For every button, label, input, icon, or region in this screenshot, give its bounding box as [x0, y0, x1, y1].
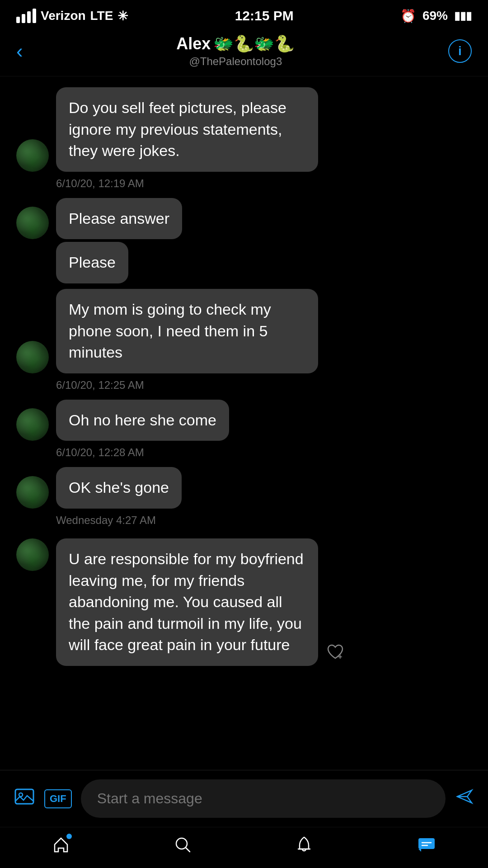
signal-bars: [16, 9, 36, 23]
message-input[interactable]: [81, 779, 446, 818]
info-button[interactable]: i: [448, 39, 472, 63]
message-bubble: Please answer: [56, 198, 182, 240]
header-center: Alex 🐲🐍🐲🐍 @ThePaleontolog3: [176, 34, 295, 68]
nav-dot: [66, 834, 72, 839]
message-bubble: U are responsible for my boyfriend leavi…: [56, 538, 318, 666]
svg-text:+: +: [338, 653, 342, 660]
message-row: Do you sell feet pictures, please ignore…: [16, 87, 472, 172]
status-right: ⏰ 69% ▮▮▮: [400, 9, 472, 24]
heart-react-button[interactable]: +: [325, 642, 345, 666]
nav-bar: [0, 827, 488, 868]
svg-rect-6: [418, 838, 435, 849]
send-button[interactable]: [455, 787, 474, 811]
message-row: My mom is going to check my phone soon, …: [16, 289, 472, 373]
avatar: [16, 139, 49, 172]
back-button[interactable]: ‹: [16, 40, 23, 62]
svg-line-4: [186, 848, 190, 852]
message-bubble: OK she's gone: [56, 467, 182, 509]
contact-handle: @ThePaleontolog3: [176, 55, 295, 68]
nav-home[interactable]: [52, 835, 70, 854]
nav-messages[interactable]: [417, 835, 436, 854]
message-bubble: My mom is going to check my phone soon, …: [56, 289, 318, 373]
carrier-label: Verizon: [41, 9, 86, 23]
avatar: [16, 538, 49, 571]
image-button[interactable]: [14, 786, 35, 811]
svg-rect-1: [15, 789, 33, 804]
message-timestamp: 6/10/20, 12:28 AM: [56, 446, 472, 459]
battery-percent: 69%: [422, 9, 448, 23]
network-icon: ✳: [117, 9, 128, 24]
message-bubble: Oh no here she come: [56, 400, 229, 441]
message-timestamp: 6/10/20, 12:19 AM: [56, 177, 472, 190]
message-row: OK she's gone: [16, 467, 472, 509]
avatar: [16, 341, 49, 373]
conversation-header: ‹ Alex 🐲🐍🐲🐍 @ThePaleontolog3 i: [0, 28, 488, 76]
alarm-icon: ⏰: [400, 9, 416, 24]
message-row: Please answer: [16, 198, 472, 240]
status-left: Verizon LTE ✳: [16, 9, 128, 24]
svg-point-2: [19, 793, 23, 797]
avatar: [16, 476, 49, 509]
status-bar: Verizon LTE ✳ 12:15 PM ⏰ 69% ▮▮▮: [0, 0, 488, 28]
avatar: [16, 408, 49, 441]
message-timestamp: Wednesday 4:27 AM: [56, 514, 472, 527]
message-bubble: Please: [56, 242, 128, 283]
bottom-bar: GIF: [0, 770, 488, 868]
message-timestamp: 6/10/20, 12:25 AM: [56, 379, 472, 392]
nav-notifications[interactable]: [295, 835, 313, 854]
message-bubble: Do you sell feet pictures, please ignore…: [56, 87, 318, 172]
messages-area: Do you sell feet pictures, please ignore…: [0, 76, 488, 679]
contact-emojis: 🐲🐍🐲🐍: [213, 34, 295, 53]
contact-name: Alex 🐲🐍🐲🐍: [176, 34, 295, 53]
avatar: [16, 207, 49, 239]
message-row: Please: [16, 242, 472, 283]
network-label: LTE: [90, 9, 113, 23]
time-display: 12:15 PM: [235, 8, 294, 24]
message-row: U are responsible for my boyfriend leavi…: [16, 538, 472, 666]
message-row: Oh no here she come: [16, 400, 472, 441]
battery-icon: ▮▮▮: [454, 9, 472, 22]
nav-search[interactable]: [174, 835, 192, 854]
message-input-row: GIF: [0, 770, 488, 827]
gif-button[interactable]: GIF: [44, 789, 72, 808]
